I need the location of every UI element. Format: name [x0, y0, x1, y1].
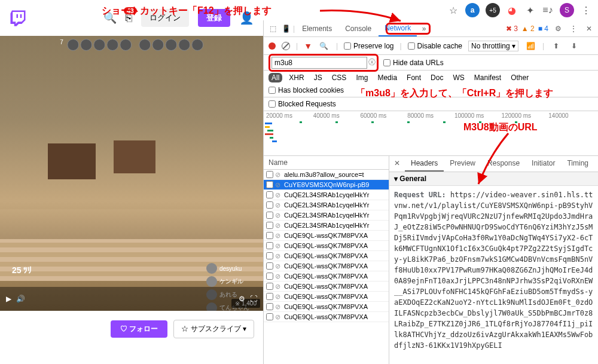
tab-headers[interactable]: Headers [405, 156, 444, 172]
tab-initiator[interactable]: Initiator [526, 156, 561, 172]
disable-cache-checkbox[interactable]: Disable cache [408, 42, 462, 50]
clear-filter-icon[interactable]: ⓧ [368, 57, 376, 68]
fullscreen-icon[interactable]: ⛶ [250, 295, 257, 303]
chat-user: ケンギル [206, 276, 260, 287]
warn-count[interactable]: ▲ 2 [521, 25, 535, 33]
tick: 120000 ms [502, 112, 549, 119]
video-controls[interactable]: ▶ 🔊 ⚙ ⛶ [0, 287, 263, 311]
filter-manifest[interactable]: Manifest [471, 73, 504, 82]
network-row[interactable]: ⊘CuQE9QL-wssQK7M8PVXA [264, 261, 389, 271]
filter-xhr[interactable]: XHR [286, 73, 307, 82]
profile-avatar[interactable]: S [560, 3, 574, 17]
filter-js[interactable]: JS [311, 73, 325, 82]
tick: 40000 ms [313, 112, 361, 119]
filter-media[interactable]: Media [374, 73, 400, 82]
network-row[interactable]: ⊘CuQE9QL-wssQK7M8PVXA [264, 302, 389, 312]
tick: 20000 ms [266, 112, 313, 119]
filter-other[interactable]: Other [508, 73, 532, 82]
settings-icon[interactable]: ⚙ [239, 295, 245, 303]
annotation-f12: ショートカットキー「F12」を押します [102, 5, 271, 17]
play-icon[interactable]: ▶ [6, 295, 11, 303]
annotation-url: M3U8動画のURL [463, 121, 538, 134]
menu-icon[interactable]: ⋮ [580, 4, 592, 16]
gear-icon[interactable]: ⚙ [552, 23, 564, 35]
request-url-value: https://video-weaver.sin01.hls.ttvnw.net… [394, 191, 593, 350]
preserve-log-checkbox[interactable]: Preserve log [344, 42, 393, 50]
timeline[interactable]: 20000 ms 40000 ms 60000 ms 80000 ms 1000… [264, 111, 598, 156]
filter-icon[interactable]: ▼ [304, 41, 312, 51]
hide-urls-checkbox[interactable]: Hide data URLs [383, 59, 444, 67]
tick: 60000 ms [360, 112, 407, 119]
chat-user: desyuku [206, 263, 260, 274]
record-button[interactable] [269, 42, 276, 50]
network-row[interactable]: ⊘CuQE9QL-wssQK7M8PVXA [264, 251, 389, 261]
dt-menu-icon[interactable]: ⋮ [568, 23, 579, 35]
network-row[interactable]: ⊘CuYE8VSMSXQnW6npi-pB9 [264, 180, 389, 190]
filter-css[interactable]: CSS [329, 73, 350, 82]
ext-icon-3[interactable]: ◕ [506, 4, 518, 16]
tick: 80000 ms [407, 112, 454, 119]
more-tabs-icon[interactable]: » [418, 23, 430, 35]
network-row[interactable]: ⊘CuQE9QL-wssQK7M8PVXA [264, 292, 389, 302]
volume-icon[interactable]: 🔊 [16, 295, 25, 303]
close-detail-icon[interactable]: ✕ [389, 156, 405, 172]
network-row[interactable]: ⊘CuQE2L34SfRAb1cyqelHkYr [264, 190, 389, 200]
column-name[interactable]: Name [264, 156, 389, 170]
tick: 140000 [548, 112, 596, 119]
device-icon[interactable]: 📱 [280, 23, 292, 35]
filter-ws[interactable]: WS [450, 73, 467, 82]
network-row[interactable]: ⊘CuQE9QL-wssQK7M8PVXA [264, 312, 389, 322]
upload-icon[interactable]: ⬆ [550, 40, 562, 52]
download-icon[interactable]: ⬇ [568, 40, 580, 52]
network-row[interactable]: ⊘CuQE9QL-wssQK7M8PVXA [264, 241, 389, 251]
filter-img[interactable]: Img [353, 73, 371, 82]
video-player[interactable]: 7 25 ﾂﾘ desyuku ケンギル あれる てんちゃん ※ 1,400 ▶… [0, 36, 263, 311]
clear-button[interactable] [282, 42, 290, 50]
wifi-icon[interactable]: 📶 [524, 40, 536, 52]
tick: 100000 ms [454, 112, 502, 119]
playlist-icon[interactable]: ≡♪ [542, 4, 554, 16]
request-url-label: Request URL: [394, 191, 446, 199]
subscribe-button[interactable]: ☆ サブスクライブ ▾ [173, 320, 254, 338]
error-count[interactable]: ✖ 3 [506, 25, 518, 33]
filter-font[interactable]: Font [404, 73, 424, 82]
filter-all[interactable]: All [269, 73, 282, 82]
network-row[interactable]: ⊘CuQE2L34SfRAb1cyqelHkYr [264, 221, 389, 231]
network-row[interactable]: ⊘CuQE2L34SfRAb1cyqelHkYr [264, 210, 389, 221]
tab-timing[interactable]: Timing [561, 156, 594, 172]
network-row[interactable]: ⊘CuQE2L34SfRAb1cyqelHkYr [264, 200, 389, 210]
ext-icon-1[interactable]: a [465, 3, 480, 17]
star-icon[interactable]: ☆ [447, 4, 459, 16]
network-row[interactable]: ⊘CuQE9QL-wssQK7M8PVXA [264, 271, 389, 282]
network-row[interactable]: ⊘CuQE9QL-wssQK7M8PVXA [264, 231, 389, 241]
has-blocked-checkbox[interactable]: Has blocked cookies [269, 86, 344, 94]
annotation-m3u8: 「m3u8」を入力して、「Ctrl+R」を押します [356, 87, 553, 100]
search-net-icon[interactable]: 🔍 [318, 40, 330, 52]
devtools-tabbar: ⬚ 📱 | Elements Console Network » ✖ 3 ▲ 2… [264, 20, 598, 37]
network-row[interactable]: ⊘CuQE9QL-wssQK7M8PVXA [264, 282, 389, 292]
info-count[interactable]: ■ 4 [538, 25, 548, 33]
throttle-select[interactable]: No throttling ▾ [468, 41, 518, 51]
close-devtools-icon[interactable]: ✕ [583, 23, 595, 35]
network-row[interactable]: ⊘alelu.m3u8?allow_source=t [264, 170, 389, 180]
filter-doc[interactable]: Doc [428, 73, 446, 82]
filter-input-highlight: ⓧ [269, 54, 379, 72]
blocked-requests-checkbox[interactable]: Blocked Requests [269, 100, 336, 108]
extensions-icon[interactable]: ✦ [524, 4, 536, 16]
inspect-icon[interactable]: ⬚ [267, 23, 279, 35]
twitch-logo[interactable] [9, 9, 27, 27]
ext-icon-2[interactable]: +5 [486, 3, 500, 17]
follow-button[interactable]: ♡ フォロー [111, 320, 167, 338]
game-hud: 7 [60, 39, 203, 51]
filter-input[interactable] [271, 57, 367, 69]
time-display: 25 ﾂﾘ [12, 265, 32, 275]
